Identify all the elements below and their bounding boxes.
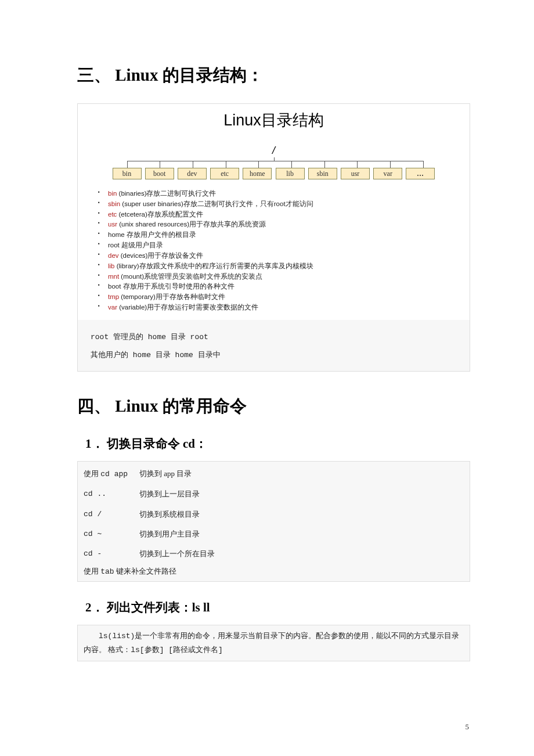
dir-description-item: tmp (temporary)用于存放各种临时文件 [96,292,470,303]
cd-command-row: cd /切换到系统根目录 [84,505,464,524]
subsection-1-heading: 1． 切换目录命令 cd： [85,435,470,452]
dir-box-lib: lib [276,168,305,179]
dir-description-item: bin (binaries)存放二进制可执行文件 [96,189,470,199]
dir-box-var: var [373,168,402,179]
dir-box-boot: boot [145,168,174,179]
dir-box-dev: dev [178,168,207,179]
dir-description-item: root 超级用户目录 [96,240,470,251]
dir-description-item: etc (etcetera)存放系统配置文件 [96,210,470,220]
dir-box-more: ... [406,168,435,179]
dir-box-sbin: sbin [308,168,337,179]
directory-structure-box: Linux目录结构 / binbootdevetchomelibsbinusrv… [77,103,470,372]
ls-description-block: ls(list)是一个非常有用的命令，用来显示当前目录下的内容。配合参数的使用，… [77,625,470,661]
cd-command-row: cd -切换到上一个所在目录 [84,544,464,564]
dir-description-item: var (variable)用于存放运行时需要改变数据的文件 [96,303,470,313]
directory-tree-diagram: / binbootdevetchomelibsbinusrvar... [111,145,436,179]
dir-description-item: sbin (super user binaries)存放二进制可执行文件，只有r… [96,199,470,210]
directory-notes: root 管理员的 home 目录 root 其他用户的 home 目录 hom… [78,320,470,365]
dir-description-item: mnt (mount)系统管理员安装临时文件系统的安装点 [96,272,470,282]
cd-command-row: 使用 cd app切换到 app 目录 [84,464,464,484]
dir-description-item: boot 存放用于系统引导时使用的各种文件 [96,282,470,292]
dir-box-etc: etc [210,168,239,179]
directory-boxes-row: binbootdevetchomelibsbinusrvar... [111,168,436,179]
cd-command-row: cd ~切换到用户主目录 [84,524,464,544]
dir-description-item: usr (unix shared resources)用于存放共享的系统资源 [96,219,470,230]
dir-box-usr: usr [341,168,370,179]
tab-hint: 使用 tab 键来补全文件路径 [84,564,464,578]
note-line: root 管理员的 home 目录 root [91,328,470,346]
dir-box-bin: bin [113,168,142,179]
dir-box-home: home [243,168,272,179]
tree-connector-lines [111,157,436,168]
section-3-heading: 三、 Linux 的目录结构： [77,64,470,87]
directory-descriptions-list: bin (binaries)存放二进制可执行文件sbin (super user… [78,185,470,313]
cd-command-row: cd ..切换到上一层目录 [84,484,464,504]
section-4-heading: 四、 Linux 的常用命令 [77,395,470,418]
dir-description-item: lib (library)存放跟文件系统中的程序运行所需要的共享库及内核模块 [96,261,470,272]
diagram-title: Linux目录结构 [78,110,470,131]
subsection-2-heading: 2． 列出文件列表：ls ll [85,599,470,615]
root-slash: / [111,145,436,157]
dir-description-item: home 存放用户文件的根目录 [96,230,470,240]
dir-description-item: dev (devices)用于存放设备文件 [96,251,470,261]
diagram-panel: Linux目录结构 / binbootdevetchomelibsbinusrv… [78,104,470,320]
cd-commands-block: 使用 cd app切换到 app 目录cd ..切换到上一层目录cd /切换到系… [77,461,470,582]
page-number: 5 [466,722,470,732]
note-line: 其他用户的 home 目录 home 目录中 [91,346,470,364]
